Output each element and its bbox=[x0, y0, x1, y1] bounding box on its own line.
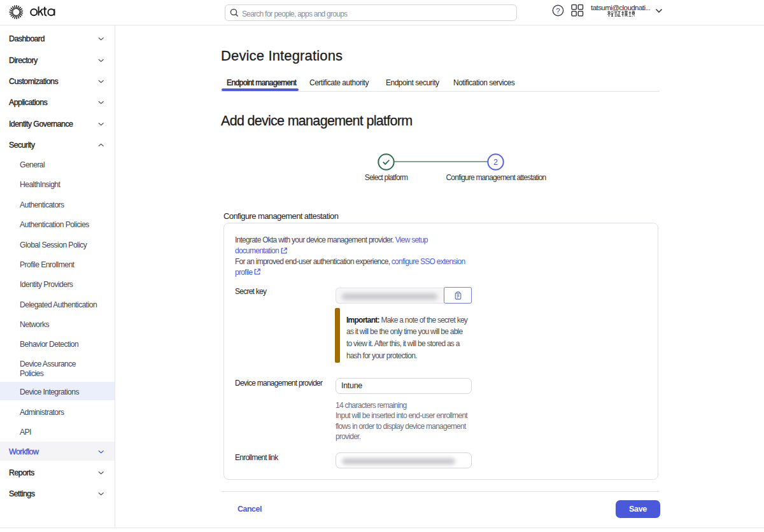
svg-text:?: ? bbox=[556, 7, 560, 15]
svg-text:2: 2 bbox=[493, 158, 498, 167]
